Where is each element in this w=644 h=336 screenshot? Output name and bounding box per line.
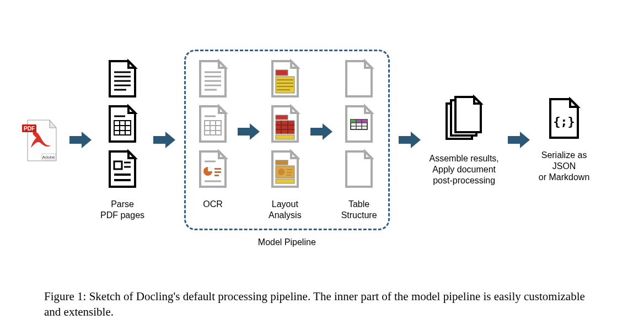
document-mixed-icon — [106, 149, 138, 189]
stage-serialize-label: Serialize as JSON or Markdown — [539, 150, 589, 183]
svg-rect-48 — [276, 160, 288, 165]
document-text-icon — [106, 59, 138, 99]
document-ocr-text-icon — [197, 59, 229, 99]
stage-layout-label: Layout Analysis — [269, 199, 302, 221]
svg-rect-41 — [276, 115, 288, 120]
svg-rect-36 — [276, 77, 294, 93]
arrow-icon — [152, 130, 176, 150]
stage-layout: Layout Analysis — [269, 59, 302, 221]
svg-rect-33 — [214, 175, 219, 176]
document-ocr-table-icon — [197, 104, 229, 144]
stage-parse: Parse PDF pages — [100, 59, 144, 221]
stage-table-label: Table Structure — [341, 199, 377, 221]
document-ocr-chart-icon — [197, 149, 229, 189]
svg-text:{;}: {;} — [553, 115, 575, 128]
svg-rect-51 — [287, 169, 292, 170]
stage-serialize: {;} Serialize as JSON or Markdown — [539, 97, 589, 183]
model-pipeline-box: OCR — [184, 50, 390, 230]
arrow-icon — [398, 130, 422, 150]
arrow-icon — [68, 130, 93, 150]
stage-assemble: Assemble results, Apply document post-pr… — [430, 94, 499, 186]
svg-rect-52 — [287, 172, 292, 173]
pdf-badge: PDF — [24, 126, 35, 132]
stage-ocr-label: OCR — [203, 199, 223, 210]
document-table-icon — [106, 104, 138, 144]
document-layout-red-icon — [269, 104, 301, 144]
pipeline-box-label: Model Pipeline — [258, 237, 316, 247]
svg-point-50 — [278, 169, 285, 175]
pipeline-diagram: PDF Adobe — [0, 0, 644, 259]
svg-rect-32 — [214, 171, 221, 173]
stage-parse-label: Parse PDF pages — [100, 199, 144, 221]
arrow-icon — [507, 130, 531, 150]
svg-rect-53 — [287, 175, 291, 176]
document-table-structure-icon — [343, 104, 375, 144]
stage-input: PDF Adobe — [22, 117, 61, 164]
svg-rect-35 — [276, 70, 288, 75]
svg-rect-57 — [356, 120, 362, 123]
pipeline-row: PDF Adobe — [0, 50, 644, 230]
document-blank-icon — [343, 149, 375, 189]
document-layout-yellow-icon — [269, 59, 301, 99]
figure-caption: Figure 1: Sketch of Docling's default pr… — [0, 289, 644, 319]
arrow-icon — [237, 122, 261, 142]
pdf-file-icon: PDF Adobe — [22, 117, 61, 164]
svg-rect-31 — [214, 168, 221, 170]
json-file-icon: {;} — [547, 97, 581, 140]
stage-table: Table Structure — [341, 59, 377, 221]
pdf-vendor: Adobe — [42, 155, 55, 160]
svg-rect-54 — [276, 179, 294, 183]
stage-ocr: OCR — [197, 59, 229, 210]
arrow-icon — [309, 122, 334, 142]
svg-rect-58 — [362, 120, 367, 123]
documents-stack-icon — [442, 94, 486, 143]
svg-rect-47 — [276, 135, 294, 139]
svg-rect-42 — [276, 121, 294, 134]
document-blank-icon — [343, 59, 375, 99]
stage-assemble-label: Assemble results, Apply document post-pr… — [430, 153, 499, 186]
document-layout-chart-icon — [269, 149, 301, 189]
svg-rect-56 — [351, 120, 356, 123]
